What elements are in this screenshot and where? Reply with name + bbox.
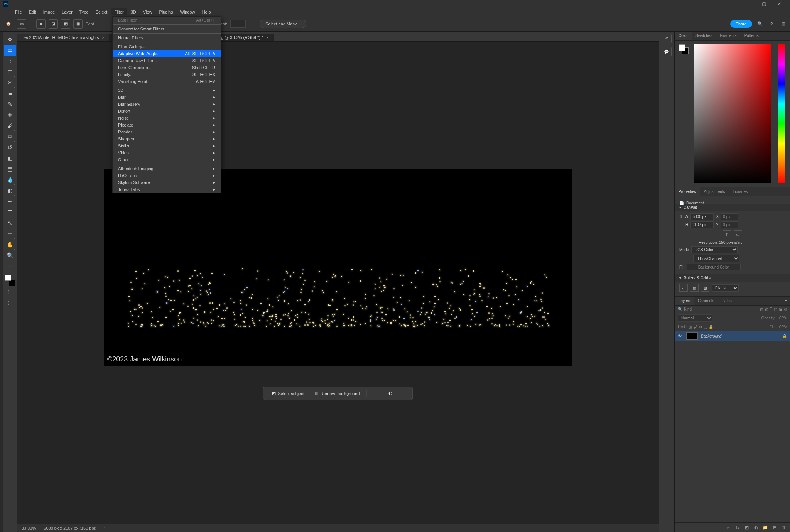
menu-item-noise[interactable]: Noise▶ <box>113 115 221 122</box>
tab-layers[interactable]: Layers <box>675 297 694 305</box>
workspace-icon[interactable]: ▥ <box>779 20 787 28</box>
tab-paths[interactable]: Paths <box>718 297 736 305</box>
menu-item-video[interactable]: Video▶ <box>113 149 221 156</box>
tab-gradients[interactable]: Gradients <box>716 32 740 40</box>
new-layer-icon[interactable]: ⊞ <box>771 524 778 530</box>
lasso-tool[interactable]: ⌇ <box>4 56 16 66</box>
window-minimize-button[interactable]: — <box>741 0 756 8</box>
menu-image[interactable]: Image <box>40 8 59 15</box>
screen-mode-icon[interactable]: ▢ <box>4 297 16 308</box>
menu-file[interactable]: File <box>12 8 25 15</box>
panel-menu-icon[interactable]: ≡ <box>782 187 790 196</box>
menu-item-dxo-labs[interactable]: DxO Labs▶ <box>113 172 221 179</box>
lock-nest-icon[interactable]: ▢ <box>704 325 707 329</box>
menu-item-adaptive-wide-angle[interactable]: Adaptive Wide Angle...Alt+Shift+Ctrl+A <box>113 50 221 57</box>
subtract-selection-icon[interactable]: ◩ <box>61 19 70 29</box>
adjustment-layer-icon[interactable]: ◐ <box>753 524 759 530</box>
menu-plugins[interactable]: Plugins <box>155 8 176 15</box>
filter-smart-icon[interactable]: ▣ <box>779 307 782 311</box>
menu-item-lens-correction[interactable]: Lens Correction...Shift+Ctrl+R <box>113 64 221 71</box>
quick-mask-icon[interactable]: ▢ <box>4 286 16 297</box>
tab-channels[interactable]: Channels <box>694 297 718 305</box>
opacity-value[interactable]: 100% <box>777 316 787 320</box>
path-select-tool[interactable]: ↖ <box>4 218 16 228</box>
layer-row-background[interactable]: 👁 Background 🔒 <box>675 331 790 341</box>
foreground-color-swatch[interactable] <box>679 44 685 51</box>
document-canvas[interactable]: ©2023 James Wilkinson <box>104 169 572 366</box>
link-layers-icon[interactable]: ⌀ <box>725 524 731 530</box>
tab-properties[interactable]: Properties <box>675 187 700 196</box>
home-button[interactable]: 🏠 <box>3 19 14 29</box>
pen-tool[interactable]: ✒ <box>4 196 16 207</box>
landscape-icon[interactable]: ▭ <box>734 230 742 238</box>
zoom-tool[interactable]: 🔍 <box>4 250 16 261</box>
hue-strip[interactable] <box>778 44 785 183</box>
menu-help[interactable]: Help <box>199 8 214 15</box>
search-icon[interactable]: 🔍 <box>756 20 764 28</box>
marquee-tool-preset[interactable]: ▭ <box>17 19 26 29</box>
menu-item-camera-raw-filter[interactable]: Camera Raw Filter...Shift+Ctrl+A <box>113 57 221 64</box>
tab-swatches[interactable]: Swatches <box>692 32 716 40</box>
lock-icon[interactable]: 🔒 <box>782 334 787 338</box>
filter-pixel-icon[interactable]: ▨ <box>760 307 763 311</box>
menu-item-convert-for-smart-filters[interactable]: Convert for Smart Filters <box>113 25 221 32</box>
menu-filter[interactable]: Filter <box>111 8 127 15</box>
lock-all-icon[interactable]: 🔒 <box>709 325 713 329</box>
menu-layer[interactable]: Layer <box>58 8 76 15</box>
menu-item-blur[interactable]: Blur▶ <box>113 94 221 101</box>
color-swatch[interactable] <box>679 44 689 54</box>
panel-menu-icon[interactable]: ≡ <box>782 297 790 305</box>
hand-tool[interactable]: ✋ <box>4 239 16 250</box>
units-select[interactable]: Pixels <box>712 284 739 292</box>
move-tool[interactable]: ✥ <box>4 34 16 45</box>
more-icon[interactable]: ⋯ <box>398 388 411 398</box>
intersect-selection-icon[interactable]: ▣ <box>73 19 83 29</box>
menu-item-pixelate[interactable]: Pixelate▶ <box>113 122 221 128</box>
color-swap[interactable] <box>4 275 16 286</box>
menu-window[interactable]: Window <box>177 8 199 15</box>
history-brush-tool[interactable]: ↺ <box>4 142 16 153</box>
visibility-icon[interactable]: 👁 <box>678 334 683 338</box>
menu-type[interactable]: Type <box>76 8 92 15</box>
portrait-icon[interactable]: ▯ <box>723 230 731 238</box>
type-tool[interactable]: T <box>4 207 16 218</box>
layer-name[interactable]: Background <box>701 334 721 338</box>
link-wh-icon[interactable]: ⇅ <box>679 214 682 219</box>
lock-trans-icon[interactable]: ▨ <box>689 325 692 329</box>
menu-item-filter-gallery[interactable]: Filter Gallery... <box>113 43 221 50</box>
status-caret-icon[interactable]: › <box>104 526 106 530</box>
filter-adjust-icon[interactable]: ◐ <box>765 307 768 311</box>
lock-pos-icon[interactable]: ✥ <box>699 325 702 329</box>
add-selection-icon[interactable]: ◪ <box>49 19 58 29</box>
width-value[interactable] <box>690 213 714 220</box>
height-input[interactable] <box>230 20 246 28</box>
bg-swatch[interactable] <box>9 280 15 286</box>
window-close-button[interactable]: ✕ <box>771 0 787 8</box>
eraser-tool[interactable]: ◧ <box>4 153 16 164</box>
gradient-tool[interactable]: ▤ <box>4 164 16 174</box>
menu-item-athentech-imaging[interactable]: Athentech Imaging▶ <box>113 165 221 172</box>
marquee-tool[interactable]: ▭ <box>4 45 16 56</box>
menu-item-stylize[interactable]: Stylize▶ <box>113 142 221 149</box>
y-value[interactable] <box>721 221 738 228</box>
help-icon[interactable]: ? <box>768 20 775 28</box>
guides-icon[interactable]: ▩ <box>701 284 709 292</box>
comments-panel-icon[interactable]: 💬 <box>662 47 672 56</box>
dodge-tool[interactable]: ◐ <box>4 185 16 196</box>
tab-adjustments[interactable]: Adjustments <box>700 187 729 196</box>
color-field[interactable] <box>694 44 771 183</box>
menu-3d[interactable]: 3D <box>127 8 140 15</box>
fg-swatch[interactable] <box>5 275 11 281</box>
bit-depth-select[interactable]: 8 Bits/Channel <box>693 255 739 262</box>
history-panel-icon[interactable]: ↶ <box>662 34 672 43</box>
lock-paint-icon[interactable]: 🖌 <box>694 325 697 329</box>
menu-view[interactable]: View <box>140 8 156 15</box>
filter-shape-icon[interactable]: ▢ <box>774 307 777 311</box>
menu-item-topaz-labs[interactable]: Topaz Labs▶ <box>113 186 221 193</box>
tab-patterns[interactable]: Patterns <box>741 32 763 40</box>
x-value[interactable] <box>721 213 738 220</box>
healing-tool[interactable]: ✚ <box>4 110 16 120</box>
object-select-tool[interactable]: ◫ <box>4 66 16 77</box>
collapse-icon[interactable]: ▾ <box>679 276 681 280</box>
eyedropper-tool[interactable]: ✎ <box>4 99 16 110</box>
